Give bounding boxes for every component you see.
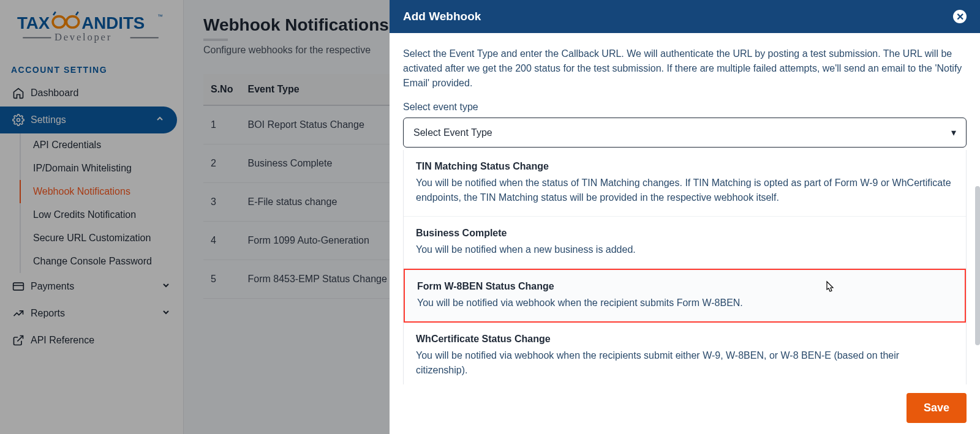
close-icon: ✕: [956, 11, 964, 23]
option-desc: You will be notified when a new business…: [416, 242, 954, 257]
option-title: Form W-8BEN Status Change: [417, 281, 952, 292]
modal-description: Select the Event Type and enter the Call…: [403, 47, 967, 91]
option-title: TIN Matching Status Change: [416, 161, 954, 172]
option-whcertificate[interactable]: WhCertificate Status Change You will be …: [404, 323, 966, 384]
add-webhook-panel: Add Webhook ✕ Select the Event Type and …: [390, 0, 980, 434]
scrollbar[interactable]: [975, 186, 980, 345]
event-type-select[interactable]: Select Event Type ▾: [403, 118, 967, 148]
option-title: Business Complete: [416, 228, 954, 239]
option-business-complete[interactable]: Business Complete You will be notified w…: [404, 217, 966, 269]
select-placeholder: Select Event Type: [413, 127, 492, 138]
option-desc: You will be notified when the status of …: [416, 176, 954, 205]
option-title: WhCertificate Status Change: [416, 334, 954, 345]
modal-title: Add Webhook: [403, 10, 481, 23]
option-tin-matching[interactable]: TIN Matching Status Change You will be n…: [404, 150, 966, 217]
option-desc: You will be notified via webhook when th…: [416, 348, 954, 378]
save-button[interactable]: Save: [907, 393, 967, 423]
close-button[interactable]: ✕: [953, 10, 967, 23]
option-desc: You will be notified via webhook when th…: [417, 296, 952, 310]
event-type-options: TIN Matching Status Change You will be n…: [403, 150, 967, 384]
option-w8ben[interactable]: Form W-8BEN Status Change You will be no…: [404, 269, 966, 323]
caret-down-icon: ▾: [951, 127, 956, 138]
select-label: Select event type: [403, 102, 967, 113]
